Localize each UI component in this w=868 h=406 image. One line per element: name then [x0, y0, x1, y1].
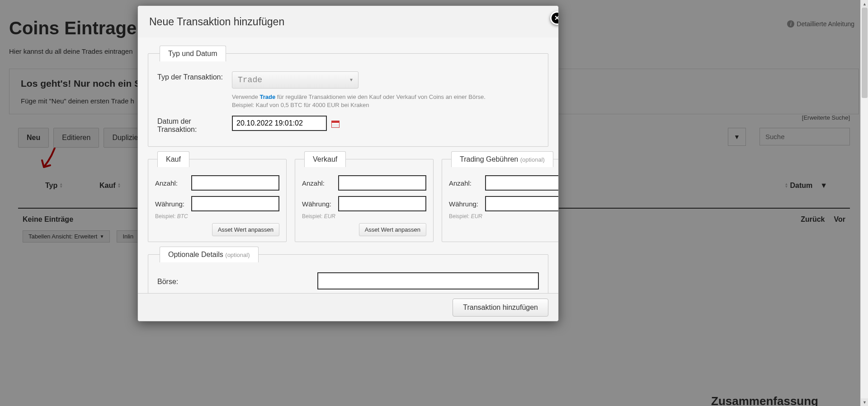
sell-amount-input[interactable] — [338, 175, 426, 191]
currency-hint: Beispiel: EUR — [449, 213, 558, 219]
modal-body: Typ und Datum Typ der Transaktion: Trade… — [138, 37, 558, 293]
fee-amount-input[interactable] — [485, 175, 558, 191]
modal-titlebar: Neue Transaktion hinzufügen — [138, 6, 558, 38]
currency-label: Währung: — [302, 200, 338, 208]
scroll-thumb[interactable] — [862, 8, 868, 98]
calendar-icon[interactable] — [331, 121, 340, 128]
type-value: Trade — [238, 75, 262, 84]
submit-button[interactable]: Transaktion hinzufügen — [453, 299, 548, 317]
currency-label: Währung: — [449, 200, 485, 208]
exchange-label: Börse: — [157, 276, 184, 286]
buy-currency-input[interactable] — [191, 196, 279, 211]
scroll-down-icon[interactable]: ▼ — [861, 398, 868, 406]
trade-link[interactable]: Trade — [259, 93, 275, 100]
date-label: Datum der Transaktion: — [157, 116, 232, 134]
adjust-asset-button[interactable]: Asset Wert anpassen — [359, 223, 426, 236]
modal-footer: Transaktion hinzufügen — [138, 293, 558, 321]
currency-label: Währung: — [155, 200, 191, 208]
transaction-type-select[interactable]: Trade ▼ — [232, 71, 359, 89]
chevron-down-icon: ▼ — [350, 78, 353, 83]
amount-label: Anzahl: — [449, 179, 485, 187]
type-label: Typ der Transaktion: — [157, 71, 232, 81]
browser-scrollbar[interactable]: ▲ ▼ — [860, 0, 868, 406]
currency-hint: Beispiel: BTC — [155, 213, 279, 219]
adjust-asset-button[interactable]: Asset Wert anpassen — [212, 223, 279, 236]
section-legend: Kauf — [157, 151, 189, 167]
close-icon: ✕ — [554, 14, 559, 22]
section-legend: Typ und Datum — [160, 46, 226, 61]
currency-hint: Beispiel: EUR — [302, 213, 426, 219]
fee-section: Trading Gebühren (optional) Anzahl: Währ… — [442, 151, 558, 242]
amount-label: Anzahl: — [302, 179, 338, 187]
section-legend: Verkauf — [304, 151, 346, 167]
fee-currency-input[interactable] — [485, 196, 558, 211]
type-and-date-section: Typ und Datum Typ der Transaktion: Trade… — [148, 46, 548, 147]
date-input[interactable] — [232, 116, 327, 131]
optional-details-section: Optionale Details (optional) Börse: — [148, 247, 548, 293]
sell-section: Verkauf Anzahl: Währung: Beispiel: EUR A… — [295, 151, 434, 242]
modal-title: Neue Transaktion hinzufügen — [149, 16, 547, 28]
buy-section: Kauf Anzahl: Währung: Beispiel: BTC Asse… — [148, 151, 287, 242]
sell-currency-input[interactable] — [338, 196, 426, 211]
section-legend: Optionale Details (optional) — [160, 247, 259, 262]
type-hint: Verwende Trade für reguläre Transaktione… — [232, 93, 539, 109]
amount-label: Anzahl: — [155, 179, 191, 187]
new-transaction-modal: ✕ Neue Transaktion hinzufügen Typ und Da… — [137, 5, 559, 322]
scroll-up-icon[interactable]: ▲ — [861, 0, 868, 8]
section-legend: Trading Gebühren (optional) — [451, 151, 553, 167]
buy-amount-input[interactable] — [191, 175, 279, 191]
exchange-input[interactable] — [317, 272, 539, 289]
